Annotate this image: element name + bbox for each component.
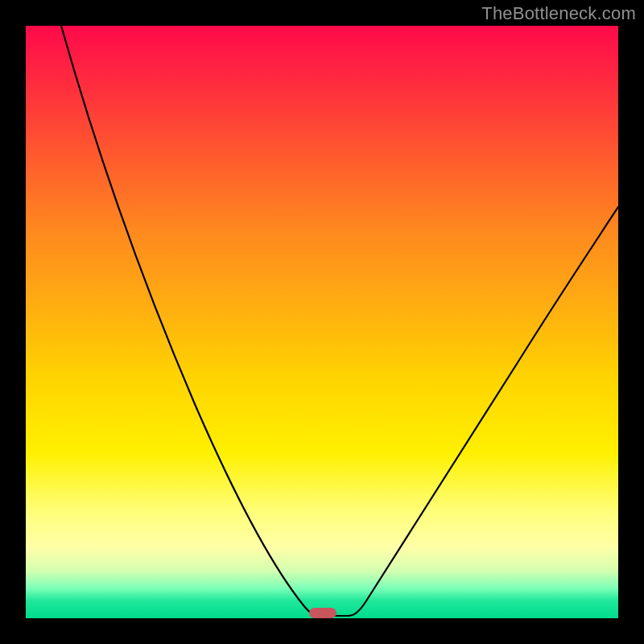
plot-area xyxy=(26,26,618,618)
chart-svg xyxy=(26,26,618,618)
optimal-marker xyxy=(309,608,336,618)
attribution-text: TheBottleneck.com xyxy=(481,3,636,24)
bottleneck-curve xyxy=(61,26,618,616)
chart-container: TheBottleneck.com xyxy=(0,0,644,644)
